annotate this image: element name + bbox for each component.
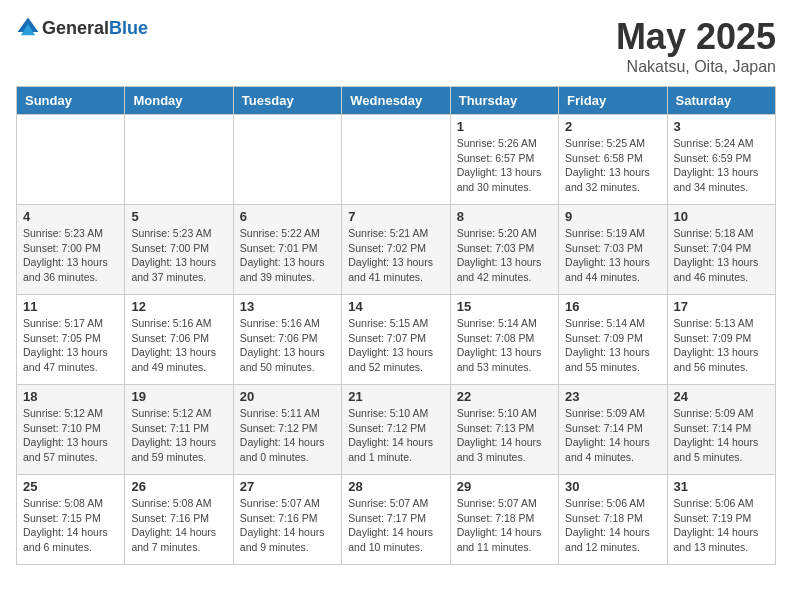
day-number: 22 — [457, 389, 552, 404]
calendar-cell: 7Sunrise: 5:21 AM Sunset: 7:02 PM Daylig… — [342, 205, 450, 295]
day-number: 30 — [565, 479, 660, 494]
calendar-cell: 5Sunrise: 5:23 AM Sunset: 7:00 PM Daylig… — [125, 205, 233, 295]
calendar-cell — [17, 115, 125, 205]
day-number: 15 — [457, 299, 552, 314]
day-info: Sunrise: 5:17 AM Sunset: 7:05 PM Dayligh… — [23, 316, 118, 375]
logo-blue-text: Blue — [109, 18, 148, 38]
day-number: 29 — [457, 479, 552, 494]
day-info: Sunrise: 5:23 AM Sunset: 7:00 PM Dayligh… — [131, 226, 226, 285]
day-info: Sunrise: 5:08 AM Sunset: 7:16 PM Dayligh… — [131, 496, 226, 555]
calendar-cell — [342, 115, 450, 205]
day-number: 5 — [131, 209, 226, 224]
day-info: Sunrise: 5:06 AM Sunset: 7:19 PM Dayligh… — [674, 496, 769, 555]
calendar-cell: 20Sunrise: 5:11 AM Sunset: 7:12 PM Dayli… — [233, 385, 341, 475]
calendar-week-2: 4Sunrise: 5:23 AM Sunset: 7:00 PM Daylig… — [17, 205, 776, 295]
day-info: Sunrise: 5:14 AM Sunset: 7:08 PM Dayligh… — [457, 316, 552, 375]
day-info: Sunrise: 5:24 AM Sunset: 6:59 PM Dayligh… — [674, 136, 769, 195]
day-number: 6 — [240, 209, 335, 224]
calendar-cell: 8Sunrise: 5:20 AM Sunset: 7:03 PM Daylig… — [450, 205, 558, 295]
day-info: Sunrise: 5:16 AM Sunset: 7:06 PM Dayligh… — [240, 316, 335, 375]
day-number: 10 — [674, 209, 769, 224]
day-info: Sunrise: 5:21 AM Sunset: 7:02 PM Dayligh… — [348, 226, 443, 285]
day-number: 4 — [23, 209, 118, 224]
calendar-cell: 19Sunrise: 5:12 AM Sunset: 7:11 PM Dayli… — [125, 385, 233, 475]
day-number: 12 — [131, 299, 226, 314]
day-info: Sunrise: 5:14 AM Sunset: 7:09 PM Dayligh… — [565, 316, 660, 375]
day-number: 17 — [674, 299, 769, 314]
day-number: 21 — [348, 389, 443, 404]
day-info: Sunrise: 5:11 AM Sunset: 7:12 PM Dayligh… — [240, 406, 335, 465]
calendar-cell: 3Sunrise: 5:24 AM Sunset: 6:59 PM Daylig… — [667, 115, 775, 205]
calendar-week-3: 11Sunrise: 5:17 AM Sunset: 7:05 PM Dayli… — [17, 295, 776, 385]
day-number: 8 — [457, 209, 552, 224]
day-number: 2 — [565, 119, 660, 134]
day-info: Sunrise: 5:22 AM Sunset: 7:01 PM Dayligh… — [240, 226, 335, 285]
calendar-cell: 17Sunrise: 5:13 AM Sunset: 7:09 PM Dayli… — [667, 295, 775, 385]
day-info: Sunrise: 5:18 AM Sunset: 7:04 PM Dayligh… — [674, 226, 769, 285]
day-number: 23 — [565, 389, 660, 404]
calendar-table: SundayMondayTuesdayWednesdayThursdayFrid… — [16, 86, 776, 565]
calendar-cell: 21Sunrise: 5:10 AM Sunset: 7:12 PM Dayli… — [342, 385, 450, 475]
day-info: Sunrise: 5:25 AM Sunset: 6:58 PM Dayligh… — [565, 136, 660, 195]
day-info: Sunrise: 5:07 AM Sunset: 7:18 PM Dayligh… — [457, 496, 552, 555]
day-info: Sunrise: 5:07 AM Sunset: 7:17 PM Dayligh… — [348, 496, 443, 555]
calendar-week-4: 18Sunrise: 5:12 AM Sunset: 7:10 PM Dayli… — [17, 385, 776, 475]
day-number: 31 — [674, 479, 769, 494]
day-number: 28 — [348, 479, 443, 494]
weekday-header-monday: Monday — [125, 87, 233, 115]
day-info: Sunrise: 5:19 AM Sunset: 7:03 PM Dayligh… — [565, 226, 660, 285]
calendar-cell: 25Sunrise: 5:08 AM Sunset: 7:15 PM Dayli… — [17, 475, 125, 565]
title-block: May 2025 Nakatsu, Oita, Japan — [616, 16, 776, 76]
calendar-cell: 10Sunrise: 5:18 AM Sunset: 7:04 PM Dayli… — [667, 205, 775, 295]
day-number: 9 — [565, 209, 660, 224]
day-info: Sunrise: 5:10 AM Sunset: 7:12 PM Dayligh… — [348, 406, 443, 465]
calendar-cell: 24Sunrise: 5:09 AM Sunset: 7:14 PM Dayli… — [667, 385, 775, 475]
calendar-cell: 12Sunrise: 5:16 AM Sunset: 7:06 PM Dayli… — [125, 295, 233, 385]
day-number: 24 — [674, 389, 769, 404]
day-info: Sunrise: 5:15 AM Sunset: 7:07 PM Dayligh… — [348, 316, 443, 375]
calendar-cell: 22Sunrise: 5:10 AM Sunset: 7:13 PM Dayli… — [450, 385, 558, 475]
calendar-cell — [233, 115, 341, 205]
day-info: Sunrise: 5:07 AM Sunset: 7:16 PM Dayligh… — [240, 496, 335, 555]
weekday-header-wednesday: Wednesday — [342, 87, 450, 115]
calendar-week-5: 25Sunrise: 5:08 AM Sunset: 7:15 PM Dayli… — [17, 475, 776, 565]
calendar-cell: 31Sunrise: 5:06 AM Sunset: 7:19 PM Dayli… — [667, 475, 775, 565]
calendar-cell: 9Sunrise: 5:19 AM Sunset: 7:03 PM Daylig… — [559, 205, 667, 295]
location-text: Nakatsu, Oita, Japan — [616, 58, 776, 76]
calendar-cell: 27Sunrise: 5:07 AM Sunset: 7:16 PM Dayli… — [233, 475, 341, 565]
calendar-cell: 28Sunrise: 5:07 AM Sunset: 7:17 PM Dayli… — [342, 475, 450, 565]
day-number: 25 — [23, 479, 118, 494]
day-number: 19 — [131, 389, 226, 404]
weekday-header-tuesday: Tuesday — [233, 87, 341, 115]
day-number: 7 — [348, 209, 443, 224]
day-number: 3 — [674, 119, 769, 134]
day-info: Sunrise: 5:06 AM Sunset: 7:18 PM Dayligh… — [565, 496, 660, 555]
day-info: Sunrise: 5:09 AM Sunset: 7:14 PM Dayligh… — [565, 406, 660, 465]
day-number: 14 — [348, 299, 443, 314]
weekday-header-row: SundayMondayTuesdayWednesdayThursdayFrid… — [17, 87, 776, 115]
calendar-cell: 23Sunrise: 5:09 AM Sunset: 7:14 PM Dayli… — [559, 385, 667, 475]
day-number: 20 — [240, 389, 335, 404]
calendar-cell: 29Sunrise: 5:07 AM Sunset: 7:18 PM Dayli… — [450, 475, 558, 565]
weekday-header-sunday: Sunday — [17, 87, 125, 115]
day-number: 26 — [131, 479, 226, 494]
day-number: 11 — [23, 299, 118, 314]
weekday-header-thursday: Thursday — [450, 87, 558, 115]
day-info: Sunrise: 5:08 AM Sunset: 7:15 PM Dayligh… — [23, 496, 118, 555]
calendar-cell: 15Sunrise: 5:14 AM Sunset: 7:08 PM Dayli… — [450, 295, 558, 385]
weekday-header-saturday: Saturday — [667, 87, 775, 115]
day-info: Sunrise: 5:16 AM Sunset: 7:06 PM Dayligh… — [131, 316, 226, 375]
calendar-cell: 26Sunrise: 5:08 AM Sunset: 7:16 PM Dayli… — [125, 475, 233, 565]
calendar-cell: 6Sunrise: 5:22 AM Sunset: 7:01 PM Daylig… — [233, 205, 341, 295]
calendar-cell: 2Sunrise: 5:25 AM Sunset: 6:58 PM Daylig… — [559, 115, 667, 205]
calendar-cell: 16Sunrise: 5:14 AM Sunset: 7:09 PM Dayli… — [559, 295, 667, 385]
calendar-cell: 4Sunrise: 5:23 AM Sunset: 7:00 PM Daylig… — [17, 205, 125, 295]
calendar-cell: 30Sunrise: 5:06 AM Sunset: 7:18 PM Dayli… — [559, 475, 667, 565]
month-title: May 2025 — [616, 16, 776, 58]
day-number: 18 — [23, 389, 118, 404]
calendar-cell: 14Sunrise: 5:15 AM Sunset: 7:07 PM Dayli… — [342, 295, 450, 385]
day-info: Sunrise: 5:20 AM Sunset: 7:03 PM Dayligh… — [457, 226, 552, 285]
day-info: Sunrise: 5:12 AM Sunset: 7:11 PM Dayligh… — [131, 406, 226, 465]
logo: GeneralBlue — [16, 16, 148, 40]
day-number: 27 — [240, 479, 335, 494]
